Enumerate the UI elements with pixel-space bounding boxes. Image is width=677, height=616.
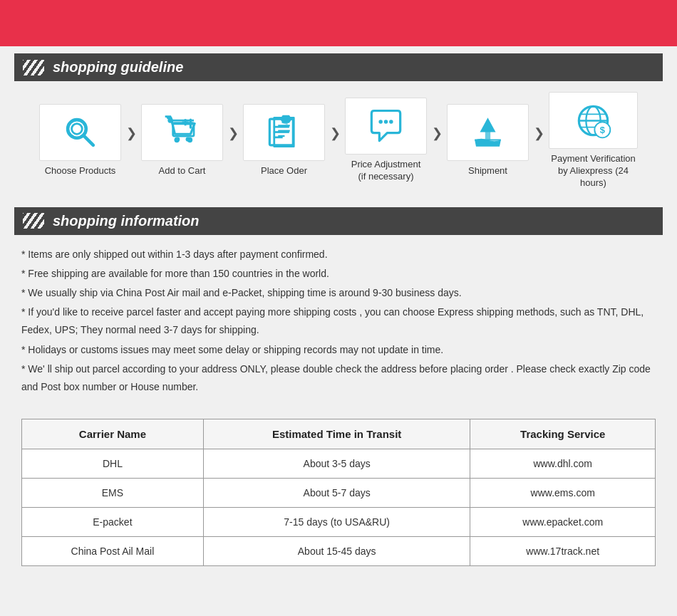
info-line-4: * If you'd like to receive parcel faster… (21, 303, 656, 339)
svg-text:$: $ (600, 124, 605, 135)
step-label-5: Shipment (468, 165, 507, 177)
step-icon-box-4 (345, 98, 427, 155)
tag-icon (264, 113, 304, 152)
table-cell: EMS (22, 479, 204, 508)
step-label-4: Price Adjustment (if necessary) (351, 159, 421, 183)
info-line-2: * Free shipping are available for more t… (21, 265, 656, 283)
step-shipment: Shipment (445, 104, 531, 177)
svg-point-10 (175, 137, 180, 142)
cart-icon (162, 113, 202, 152)
arrow-5: ❯ (534, 125, 544, 155)
shipping-table: Carrier Name Estimated Time in Transit T… (21, 419, 656, 566)
step-icon-box-6: $ (549, 92, 638, 149)
step-label-6: Payment Verification by Aliexpress (24 h… (547, 153, 640, 189)
arrow-2: ❯ (228, 125, 239, 155)
globe-icon: $ (574, 101, 613, 140)
svg-point-24 (389, 120, 393, 124)
table-row: E-packet7-15 days (to USA&RU)www.epacket… (22, 508, 656, 537)
info-line-3: * We usually ship via China Post Air mai… (21, 284, 656, 302)
svg-line-2 (83, 135, 93, 145)
table-cell: About 3-5 days (203, 449, 470, 479)
step-payment-verification: $ Payment Verification by Aliexpress (24… (547, 92, 640, 189)
table-row: EMSAbout 5-7 dayswww.ems.com (22, 479, 656, 508)
step-label-3: Place Oder (261, 165, 307, 177)
information-title: shopping information (53, 213, 200, 229)
step-icon-box-5 (447, 104, 529, 161)
step-icon-box-3 (243, 104, 325, 161)
svg-point-1 (72, 124, 83, 135)
arrow-1: ❯ (126, 125, 137, 155)
table-cell: www.epacket.com (470, 508, 656, 537)
table-row: China Post Ail MailAbout 15-45 dayswww.1… (22, 537, 656, 566)
svg-point-22 (378, 120, 383, 124)
table-header-row: Carrier Name Estimated Time in Transit T… (22, 419, 656, 449)
col-transit: Estimated Time in Transit (203, 419, 470, 449)
step-icon-box-1 (39, 104, 121, 161)
info-line-5: * Holidays or customs issues may meet so… (21, 341, 656, 359)
step-label-1: Choose Products (45, 165, 116, 177)
table-cell: About 5-7 days (203, 479, 470, 508)
guideline-title: shopping guideline (53, 59, 183, 75)
table-cell: www.dhl.com (470, 449, 656, 479)
step-add-to-cart: Add to Cart (140, 104, 225, 177)
arrow-3: ❯ (330, 125, 341, 155)
step-price-adjustment: Price Adjustment (if necessary) (343, 98, 429, 183)
header-stripes-icon-2 (23, 213, 44, 229)
information-header: shopping information (14, 207, 663, 235)
ship-icon (468, 113, 507, 152)
table-cell: 7-15 days (to USA&RU) (203, 508, 470, 537)
info-line-1: * Items are only shipped out within 1-3 … (21, 246, 656, 263)
step-icon-box-2 (141, 104, 223, 161)
table-cell: China Post Ail Mail (22, 537, 204, 566)
shipping-table-container: Carrier Name Estimated Time in Transit T… (21, 419, 656, 566)
header-stripes-icon (23, 60, 44, 75)
table-cell: www.ems.com (470, 479, 656, 508)
info-line-6: * We' ll ship out parcel according to yo… (21, 360, 656, 396)
arrow-4: ❯ (432, 125, 443, 155)
svg-marker-25 (480, 118, 496, 132)
table-row: DHLAbout 3-5 dayswww.dhl.com (22, 449, 656, 479)
svg-rect-26 (485, 131, 490, 140)
info-container: * Items are only shipped out within 1-3 … (0, 235, 677, 409)
guideline-header: shopping guideline (14, 53, 663, 81)
steps-container: Choose Products ❯ (0, 81, 677, 200)
col-tracking: Tracking Service (470, 419, 656, 449)
table-cell: About 15-45 days (203, 537, 470, 566)
search-icon (61, 113, 100, 152)
chat-icon (366, 107, 405, 146)
step-place-order: Place Oder (242, 104, 327, 177)
hero-banner (0, 0, 677, 46)
table-cell: www.17track.net (470, 537, 656, 566)
table-cell: DHL (22, 449, 204, 479)
step-label-2: Add to Cart (159, 165, 206, 177)
table-cell: E-packet (22, 508, 204, 537)
svg-point-23 (384, 120, 388, 124)
svg-point-11 (186, 137, 190, 142)
step-choose-products: Choose Products (38, 104, 123, 177)
col-carrier: Carrier Name (22, 419, 204, 449)
